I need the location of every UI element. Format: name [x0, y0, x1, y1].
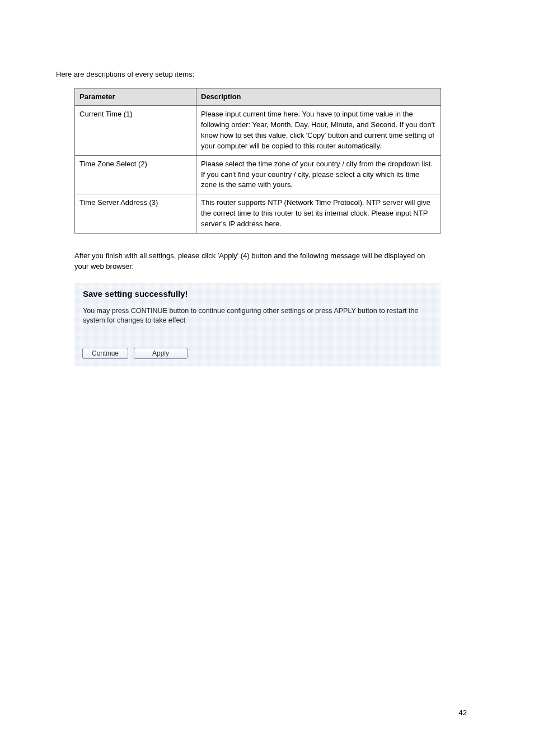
parameter-table: Parameter Description Current Time (1) P…	[74, 88, 441, 234]
apply-button[interactable]: Apply	[134, 348, 188, 359]
param-desc: This router supports NTP (Network Time P…	[196, 194, 441, 234]
table-row: Current Time (1) Please input current ti…	[75, 106, 441, 155]
header-parameter: Parameter	[75, 88, 196, 106]
header-description: Description	[196, 88, 441, 106]
param-desc: Please input current time here. You have…	[196, 106, 441, 155]
table-row: Time Server Address (3) This router supp…	[75, 194, 441, 234]
param-desc: Please select the time zone of your coun…	[196, 155, 441, 194]
param-name: Time Zone Select (2)	[75, 155, 196, 194]
param-name: Current Time (1)	[75, 106, 196, 155]
page-number: 42	[459, 708, 467, 717]
dialog-button-row: Continue Apply	[82, 348, 188, 359]
table-row: Time Zone Select (2) Please select the t…	[75, 155, 441, 194]
continue-button[interactable]: Continue	[82, 348, 128, 359]
table-header-row: Parameter Description	[75, 88, 441, 106]
document-page: Here are descriptions of every setup ite…	[0, 0, 534, 756]
param-name: Time Server Address (3)	[75, 194, 196, 234]
after-table-text: After you finish with all settings, plea…	[74, 250, 441, 272]
dialog-title: Save setting successfully!	[83, 289, 432, 298]
save-dialog-panel: Save setting successfully! You may press…	[74, 283, 441, 366]
dialog-body-text: You may press CONTINUE button to continu…	[83, 306, 432, 325]
intro-text: Here are descriptions of every setup ite…	[56, 69, 478, 80]
